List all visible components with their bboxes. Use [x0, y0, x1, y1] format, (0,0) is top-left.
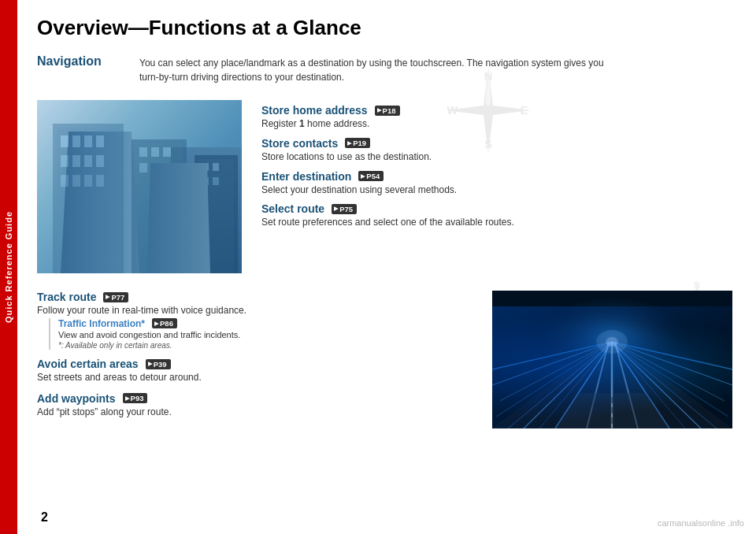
side-tab-label: Quick Reference Guide: [4, 211, 13, 323]
svg-rect-30: [84, 175, 92, 187]
lower-features: Track route P77 Follow your route in rea…: [37, 291, 472, 428]
svg-point-68: [596, 330, 628, 354]
store-home-ref: P18: [375, 106, 400, 116]
watermark: carmanualsonline .info: [658, 518, 744, 528]
feature-enter-destination: Enter destination P54 Select your destin…: [261, 170, 732, 197]
svg-rect-27: [96, 155, 104, 167]
svg-text:N: N: [694, 280, 700, 290]
svg-rect-42: [202, 163, 209, 171]
svg-line-67: [615, 342, 638, 428]
svg-rect-24: [61, 155, 69, 167]
traffic-info-title: Traffic Information* P86: [58, 318, 472, 329]
svg-line-62: [612, 342, 701, 428]
svg-rect-43: [213, 163, 219, 171]
building-svg: [37, 100, 242, 273]
feature-enter-destination-title: Enter destination P54: [261, 170, 732, 183]
svg-line-52: [496, 342, 612, 417]
feature-track-route-title: Track route P77: [37, 291, 472, 303]
road-svg: [492, 291, 732, 428]
svg-line-64: [612, 342, 669, 428]
svg-point-48: [533, 299, 691, 393]
svg-rect-41: [198, 159, 234, 273]
svg-line-61: [612, 342, 717, 428]
enter-destination-ref: P54: [358, 171, 384, 181]
feature-select-route-title: Select route P75: [261, 202, 732, 215]
nav-label-text: Navigation: [37, 54, 102, 68]
feature-avoid-areas-desc: Set streets and areas to detour around.: [37, 371, 472, 384]
traffic-info-note: *: Available only in certain areas.: [58, 341, 472, 350]
building-image: [37, 100, 242, 273]
svg-rect-38: [151, 163, 159, 172]
svg-line-49: [492, 342, 612, 385]
svg-marker-47: [492, 338, 732, 428]
main-content: N S E W N S E W Overview—Functions at a …: [17, 0, 756, 534]
road-streaks: [492, 291, 732, 428]
svg-line-54: [524, 342, 612, 428]
svg-text:E: E: [521, 104, 528, 117]
svg-rect-46: [492, 291, 732, 428]
feature-avoid-areas-title: Avoid certain areas P39: [37, 358, 472, 370]
svg-rect-21: [72, 135, 80, 147]
svg-line-55: [539, 342, 612, 428]
track-route-ref: P77: [103, 292, 128, 302]
navigation-section: Navigation You can select any place/land…: [37, 54, 732, 84]
feature-select-route: Select route P75 Set route preferences a…: [261, 202, 732, 229]
svg-line-60: [612, 342, 728, 417]
nav-label: Navigation: [37, 54, 139, 84]
svg-rect-39: [163, 163, 171, 172]
svg-line-56: [555, 342, 612, 428]
traffic-info-subfeature: Traffic Information* P86 View and avoid …: [49, 318, 472, 350]
svg-rect-26: [84, 155, 92, 167]
avoid-areas-ref: P39: [146, 359, 171, 369]
side-tab: Quick Reference Guide: [0, 0, 17, 534]
nav-description: You can select any place/landmark as a d…: [139, 56, 732, 84]
feature-add-waypoints-title: Add waypoints P93: [37, 392, 472, 405]
svg-rect-37: [139, 163, 147, 172]
feature-select-route-desc: Set route preferences and select one of …: [261, 216, 732, 229]
svg-rect-34: [139, 147, 147, 157]
traffic-info-ref: P86: [152, 318, 177, 328]
svg-rect-35: [151, 147, 159, 157]
svg-line-51: [492, 342, 612, 369]
svg-point-5: [484, 106, 493, 115]
store-contacts-ref: P19: [345, 138, 370, 148]
page-number: 2: [41, 510, 48, 525]
svg-rect-29: [72, 175, 80, 187]
feature-add-waypoints: Add waypoints P93 Add “pit stops” along …: [37, 392, 472, 419]
svg-rect-20: [61, 135, 69, 147]
svg-rect-44: [202, 177, 209, 185]
feature-track-route: Track route P77 Follow your route in rea…: [37, 291, 472, 350]
feature-add-waypoints-desc: Add “pit stops” along your route.: [37, 406, 472, 419]
svg-rect-31: [96, 175, 104, 187]
select-route-ref: P75: [332, 204, 357, 214]
svg-line-50: [500, 342, 612, 401]
feature-enter-destination-desc: Select your destination using several me…: [261, 184, 732, 197]
svg-line-58: [612, 342, 724, 401]
svg-rect-45: [213, 177, 219, 185]
page-title: Overview—Functions at a Glance: [37, 16, 732, 40]
svg-line-59: [612, 342, 732, 369]
add-waypoints-ref: P93: [123, 393, 148, 403]
svg-rect-19: [57, 128, 120, 273]
svg-rect-28: [61, 175, 69, 187]
traffic-info-desc: View and avoid congestion and traffic in…: [58, 329, 472, 341]
feature-avoid-areas: Avoid certain areas P39 Set streets and …: [37, 358, 472, 384]
feature-track-route-desc: Follow your route in real-time with voic…: [37, 304, 472, 317]
svg-text:N: N: [484, 70, 492, 83]
svg-point-69: [606, 337, 618, 347]
svg-rect-33: [135, 143, 183, 273]
svg-rect-36: [163, 147, 171, 157]
compass-watermark-1: N S E W: [441, 63, 536, 158]
svg-rect-25: [72, 155, 80, 167]
svg-text:S: S: [484, 138, 492, 150]
svg-line-63: [612, 342, 685, 428]
svg-line-53: [508, 342, 612, 428]
svg-line-57: [612, 342, 732, 385]
nav-desc-line2: turn-by-turn driving directions to your …: [139, 72, 344, 83]
svg-marker-70: [555, 393, 669, 428]
svg-rect-23: [96, 135, 104, 147]
upper-row: Store home address P18 Register 1 home a…: [37, 100, 732, 273]
road-image: [492, 291, 732, 428]
lower-row: Track route P77 Follow your route in rea…: [37, 291, 732, 428]
svg-line-65: [587, 342, 609, 428]
